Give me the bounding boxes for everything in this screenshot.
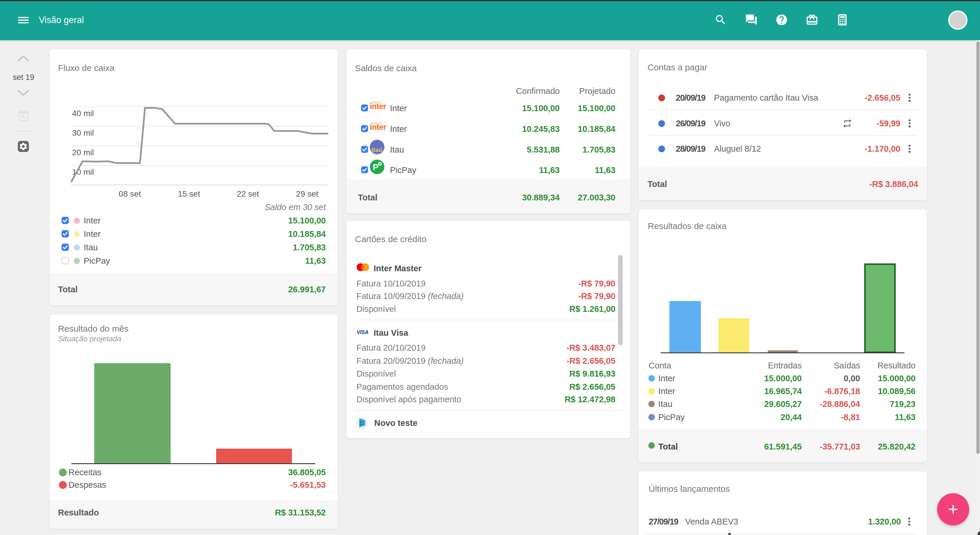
svg-text:40 mil: 40 mil — [72, 109, 94, 118]
svg-text:22 set: 22 set — [237, 189, 259, 198]
svg-text:08 set: 08 set — [119, 189, 141, 198]
svg-text:15 set: 15 set — [178, 189, 200, 198]
svg-text:30 mil: 30 mil — [72, 128, 94, 137]
svg-text:20 mil: 20 mil — [72, 148, 94, 157]
svg-text:29 set: 29 set — [296, 189, 318, 198]
